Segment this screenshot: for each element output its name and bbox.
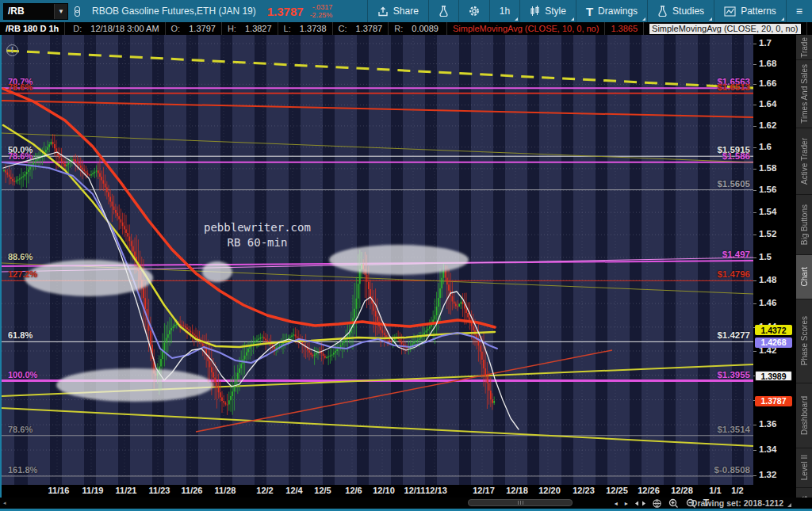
date-tick-label: 12/4 bbox=[285, 486, 302, 495]
price-level-label: $1.586 bbox=[722, 151, 750, 161]
style-button[interactable]: Style bbox=[519, 0, 576, 22]
price-tick-mark bbox=[753, 105, 756, 105]
price-tick-mark bbox=[753, 475, 756, 476]
chart-title: /RB 180 D 1h bbox=[0, 22, 65, 35]
chart-status-bar: /RB 180 D 1h D: 12/18/18 3:00 AMO: 1.379… bbox=[0, 22, 812, 35]
ohlc-field: D: 12/18/18 3:00 AM bbox=[71, 22, 161, 35]
price-tick-mark bbox=[753, 84, 756, 85]
gear-icon bbox=[469, 6, 480, 17]
sidebar-tab-label: Trade bbox=[800, 37, 809, 58]
price-level-label: $1.4796 bbox=[717, 269, 750, 279]
studies-flask-icon bbox=[657, 6, 668, 17]
sidebar-tab-big-buttons[interactable]: Big Buttons bbox=[796, 195, 812, 255]
price-tick-mark bbox=[753, 235, 756, 235]
date-tick-label: 12/26 bbox=[638, 486, 660, 495]
fib-label-left: 100.0% bbox=[8, 370, 37, 379]
price-level-label: $1.497 bbox=[722, 250, 750, 259]
date-tick-label: 12/6 bbox=[345, 486, 362, 495]
step-forward-icon[interactable]: ▸ bbox=[625, 500, 628, 507]
sidebar-tab-trade[interactable]: Trade bbox=[796, 35, 812, 60]
sidebar-tab-chart[interactable]: Chart bbox=[796, 255, 812, 299]
settings-button[interactable] bbox=[458, 0, 489, 22]
sidebar-tab-active-trader[interactable]: Active Trader bbox=[796, 128, 812, 195]
patterns-icon bbox=[724, 6, 736, 17]
price-axis-badge: 1.3787 bbox=[755, 396, 792, 406]
step-back-icon[interactable]: ◂ bbox=[615, 500, 618, 507]
right-sidebar: TradeTimes And SalesActive TraderBig But… bbox=[796, 35, 812, 509]
date-tick-label: 11/16 bbox=[48, 486, 70, 495]
fib-label-left: 61.8% bbox=[8, 330, 33, 340]
watermark-site: pebblewriter.com bbox=[204, 220, 311, 235]
fib-label-left: 88.6% bbox=[8, 252, 33, 261]
sma20-value: 1.3989 bbox=[807, 22, 812, 35]
fib-label-left: 161.8% bbox=[8, 465, 37, 475]
price-tick-label: 1.48 bbox=[759, 275, 776, 284]
date-tick-label: 11/23 bbox=[149, 486, 170, 495]
share-button[interactable]: Share bbox=[367, 0, 428, 22]
sidebar-tab-label: Active Trader bbox=[800, 138, 809, 185]
ohlc-field: H: 1.3827 bbox=[225, 22, 274, 35]
sidebar-tab-label: Phase Scores bbox=[800, 316, 809, 365]
ohlc-field: R: 0.0089 bbox=[392, 22, 441, 35]
fit-width-icon[interactable] bbox=[635, 500, 645, 507]
price-tick-label: 1.64 bbox=[759, 99, 776, 109]
symbol-input[interactable]: /RB ▼ bbox=[3, 3, 68, 20]
timeframe-button[interactable]: 1h bbox=[489, 0, 519, 22]
ohlc-fields: D: 12/18/18 3:00 AMO: 1.3797H: 1.3827L: … bbox=[65, 22, 447, 35]
date-tick-label: 12/25 bbox=[606, 486, 628, 495]
text-tool-icon: T bbox=[586, 5, 593, 18]
watermark-chart: RB 60-min bbox=[204, 235, 311, 250]
sidebar-tab-dashboard[interactable]: Dashboard bbox=[796, 383, 812, 448]
price-tick-label: 1.66 bbox=[759, 78, 776, 88]
sidebar-tab-label: Level II bbox=[800, 455, 809, 480]
price-tick-label: 1.36 bbox=[759, 419, 776, 429]
date-tick-label: 11/26 bbox=[182, 486, 203, 495]
sidebar-tab-times-and-sales[interactable]: Times And Sales bbox=[796, 60, 812, 128]
date-tick-label: 12/11 bbox=[404, 486, 426, 495]
dropdown-corner bbox=[642, 17, 645, 21]
price-tick-label: 1.54 bbox=[759, 207, 776, 216]
price-level-label: $1.3955 bbox=[717, 370, 750, 379]
dropdown-corner bbox=[571, 17, 574, 21]
price-tick-mark bbox=[753, 44, 756, 44]
sma20-study[interactable]: SimpleMovingAvg (CLOSE, 20, 0, no) bbox=[644, 22, 806, 35]
time-scrollbar-thumb[interactable] bbox=[468, 499, 573, 506]
symbol-dropdown-arrow[interactable]: ▼ bbox=[54, 4, 67, 19]
sidebar-tab-phase-scores[interactable]: Phase Scores bbox=[796, 299, 812, 383]
link-icon[interactable] bbox=[75, 6, 80, 17]
dropdown-corner bbox=[709, 17, 712, 21]
date-axis[interactable]: 11/1611/1911/2111/2311/2611/2812/212/412… bbox=[0, 485, 796, 498]
share-icon bbox=[377, 6, 389, 17]
drawings-button[interactable]: T Drawings bbox=[576, 0, 647, 22]
last-price: 1.3787 bbox=[267, 5, 304, 18]
flask-button[interactable] bbox=[428, 0, 458, 22]
pan-left-arrow[interactable]: ◂ bbox=[3, 500, 6, 506]
price-tick-mark bbox=[753, 351, 756, 352]
symbol-value: /RB bbox=[4, 6, 54, 17]
date-tick-label: 12/23 bbox=[573, 486, 595, 495]
list-menu-button[interactable]: ≡ bbox=[786, 0, 812, 22]
date-tick-label: 1/1 bbox=[709, 486, 721, 495]
sidebar-tab-label: Big Buttons bbox=[800, 204, 809, 245]
price-tick-mark bbox=[753, 280, 756, 281]
sma10-study[interactable]: SimpleMovingAvg (CLOSE, 10, 0, no) bbox=[447, 22, 605, 35]
sidebar-tab-level-ii[interactable]: Level II bbox=[796, 448, 812, 488]
alert-info-icon[interactable]: ! bbox=[6, 44, 18, 56]
price-axis-badge: 1.4268 bbox=[755, 337, 792, 348]
price-level-label: $1.4277 bbox=[717, 330, 750, 340]
date-tick-label: 11/21 bbox=[116, 486, 137, 495]
zoom-in-icon[interactable] bbox=[668, 498, 679, 509]
date-tick-label: 12/18 bbox=[506, 486, 528, 495]
patterns-button[interactable]: Patterns bbox=[714, 0, 786, 22]
sidebar-tab-label: Times And Sales bbox=[800, 64, 809, 124]
price-level-label: $1.5605 bbox=[717, 179, 750, 189]
drawing-set-label[interactable]: Drawing set: 2018-1212 bbox=[691, 498, 783, 508]
price-tick-mark bbox=[753, 147, 756, 148]
watermark: pebblewriter.com RB 60-min bbox=[204, 220, 311, 250]
studies-button[interactable]: Studies bbox=[647, 0, 714, 22]
globe-icon[interactable] bbox=[653, 499, 661, 508]
chart-area[interactable]: ! pebblewriter.com RB 60-min 70.7%$1.656… bbox=[0, 35, 753, 485]
price-tick-mark bbox=[753, 425, 756, 425]
price-axis[interactable]: 1.71.681.661.641.621.61.581.561.541.521.… bbox=[753, 35, 796, 485]
price-axis-badge: 1.4372 bbox=[755, 325, 792, 335]
